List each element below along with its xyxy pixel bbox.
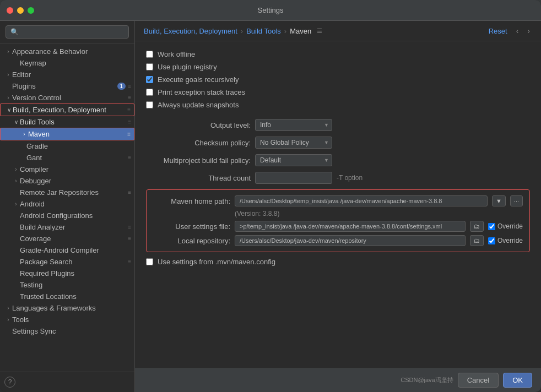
checksum-policy-select[interactable]: No Global Policy Strict Lax Ignore xyxy=(255,137,332,149)
user-settings-override-label: Override xyxy=(497,222,523,230)
use-mvn-config-checkbox[interactable] xyxy=(146,258,153,265)
sidebar-item-settings-sync[interactable]: Settings Sync xyxy=(0,325,134,337)
help-button[interactable]: ? xyxy=(4,377,15,388)
right-panel: Build, Execution, Deployment › Build Too… xyxy=(135,21,541,392)
sidebar-item-coverage[interactable]: Coverage ≡ xyxy=(0,233,134,244)
arrow-icon: ∨ xyxy=(5,106,13,114)
sidebar-item-label: Required Plugins xyxy=(20,269,134,277)
sidebar-tree: › Appearance & Behavior Keymap › Editor … xyxy=(0,43,134,372)
sidebar-item-label: Testing xyxy=(20,281,134,289)
sidebar-item-build-tools[interactable]: ∨ Build Tools ≡ xyxy=(0,116,134,128)
execute-goals-row: Execute goals recursively xyxy=(146,75,530,84)
use-plugin-registry-checkbox[interactable] xyxy=(146,63,153,70)
ps-icon: ≡ xyxy=(128,259,131,265)
sidebar-item-build-analyzer[interactable]: Build Analyzer ≡ xyxy=(0,221,134,233)
sidebar-item-appearance[interactable]: › Appearance & Behavior xyxy=(0,46,134,57)
local-repo-override-checkbox[interactable] xyxy=(488,237,495,244)
sidebar-item-plugins[interactable]: Plugins 1 ≡ xyxy=(0,80,134,92)
sidebar-item-languages[interactable]: › Languages & Frameworks xyxy=(0,302,134,314)
sidebar-item-keymap[interactable]: Keymap xyxy=(0,57,134,69)
sidebar-item-version-control[interactable]: › Version Control ≡ xyxy=(0,92,134,104)
header-actions: Reset ‹ › xyxy=(486,25,532,36)
settings-content: Work offline Use plugin registry Execute… xyxy=(135,41,541,368)
multiproject-policy-select[interactable]: Default Fail At End Fail Never xyxy=(255,154,332,166)
sidebar-item-label: Gradle xyxy=(26,142,134,150)
print-exception-checkbox[interactable] xyxy=(146,89,153,96)
sidebar-item-debugger[interactable]: › Debugger xyxy=(0,175,134,187)
breadcrumb-build-tools[interactable]: Build Tools xyxy=(246,27,281,35)
execute-goals-checkbox[interactable] xyxy=(146,76,153,83)
sidebar-item-gradle[interactable]: Gradle xyxy=(0,140,134,152)
forward-button[interactable]: › xyxy=(525,25,532,36)
sidebar-item-remote-jar[interactable]: Remote Jar Repositories ≡ xyxy=(0,187,134,198)
sidebar-item-tools[interactable]: › Tools xyxy=(0,314,134,325)
arrow-icon: › xyxy=(12,177,20,185)
user-settings-input[interactable] xyxy=(235,221,466,232)
titlebar: Settings xyxy=(0,0,541,21)
sidebar-item-label: Trusted Locations xyxy=(20,292,134,301)
sidebar-item-label: Build Analyzer xyxy=(20,223,128,231)
sidebar-item-trusted-locations[interactable]: Trusted Locations xyxy=(0,291,134,302)
search-input[interactable] xyxy=(6,25,129,39)
minimize-button[interactable] xyxy=(17,7,24,14)
sidebar-item-testing[interactable]: Testing xyxy=(0,279,134,291)
output-level-select[interactable]: Info Debug Warn Error xyxy=(255,119,332,131)
close-button[interactable] xyxy=(7,7,13,14)
watermark-label: CSDN@java冯坚持 xyxy=(401,376,453,384)
sidebar-item-label: Keymap xyxy=(20,59,134,67)
breadcrumb-icon: ☰ xyxy=(317,28,322,35)
always-update-row: Always update snapshots xyxy=(146,101,530,109)
sidebar-item-label: Appearance & Behavior xyxy=(12,47,134,56)
sidebar-item-build-exec[interactable]: ∨ Build, Execution, Deployment ≡ xyxy=(0,104,134,116)
sidebar-item-android[interactable]: › Android xyxy=(0,198,134,210)
sidebar-item-package-search[interactable]: Package Search ≡ xyxy=(0,256,134,268)
thread-count-row: Thread count -T option xyxy=(146,172,530,184)
sidebar-item-gant[interactable]: Gant ≡ xyxy=(0,152,134,164)
work-offline-checkbox[interactable] xyxy=(146,51,153,58)
sidebar-item-required-plugins[interactable]: Required Plugins xyxy=(0,268,134,279)
sidebar-item-android-config[interactable]: Android Configurations xyxy=(0,210,134,221)
user-settings-override-checkbox[interactable] xyxy=(488,223,495,230)
plugins-badge: 1 xyxy=(117,83,126,90)
user-settings-browse-btn[interactable]: 🗂 xyxy=(470,221,484,232)
always-update-label: Always update snapshots xyxy=(158,101,239,109)
thread-count-input[interactable] xyxy=(255,172,332,184)
print-exception-label: Print exception stack traces xyxy=(158,88,245,96)
local-repo-row: Local repository: 🗂 Override xyxy=(153,235,523,246)
cov-icon: ≡ xyxy=(128,236,131,242)
always-update-checkbox[interactable] xyxy=(146,101,153,108)
sidebar: › Appearance & Behavior Keymap › Editor … xyxy=(0,21,135,392)
checksum-policy-row: Checksum policy: No Global Policy Strict… xyxy=(146,137,530,149)
breadcrumb-build-exec[interactable]: Build, Execution, Deployment xyxy=(144,27,237,35)
cancel-button[interactable]: Cancel xyxy=(458,373,499,388)
sidebar-item-label: Tools xyxy=(12,315,134,324)
sidebar-item-label: Build, Execution, Deployment xyxy=(13,106,127,114)
maven-home-dropdown-btn[interactable]: ▼ xyxy=(492,195,506,206)
maven-version-text: (Version: 3.8.8) xyxy=(235,210,523,217)
bottom-bar: CSDN@java冯坚持 Cancel OK xyxy=(135,368,541,392)
maximize-button[interactable] xyxy=(28,7,34,14)
maven-home-label: Maven home path: xyxy=(153,197,230,205)
reset-button[interactable]: Reset xyxy=(486,26,510,36)
arrow-icon: › xyxy=(4,316,12,324)
local-repo-browse-btn[interactable]: 🗂 xyxy=(470,235,484,246)
back-button[interactable]: ‹ xyxy=(514,25,521,36)
arrow-icon: › xyxy=(4,48,12,56)
sidebar-item-maven[interactable]: › Maven ≡ xyxy=(0,128,134,140)
user-settings-label: User settings file: xyxy=(153,222,230,231)
sidebar-item-label: Package Search xyxy=(20,258,128,266)
output-level-label: Output level: xyxy=(146,121,251,129)
print-exception-row: Print exception stack traces xyxy=(146,88,530,96)
maven-home-browse-btn[interactable]: ··· xyxy=(510,195,523,206)
sidebar-item-gradle-android[interactable]: Gradle-Android Compiler xyxy=(0,244,134,256)
sidebar-item-label: Build Tools xyxy=(20,118,128,126)
sidebar-item-compiler[interactable]: › Compiler xyxy=(0,164,134,175)
local-repo-input[interactable] xyxy=(235,235,466,246)
use-mvn-config-row: Use settings from .mvn/maven.config xyxy=(146,258,530,266)
work-offline-label: Work offline xyxy=(158,50,195,58)
sidebar-item-editor[interactable]: › Editor xyxy=(0,69,134,80)
user-settings-row: User settings file: 🗂 Override xyxy=(153,221,523,232)
sidebar-item-label: Compiler xyxy=(20,165,134,173)
ok-button[interactable]: OK xyxy=(503,373,532,388)
maven-home-input[interactable] xyxy=(235,195,488,206)
